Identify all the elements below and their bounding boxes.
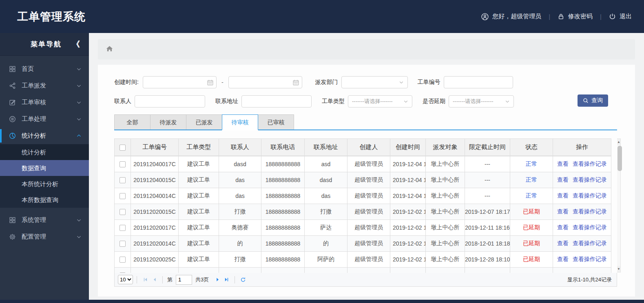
- prev-page-button[interactable]: [150, 275, 159, 284]
- scroll-down-arrow[interactable]: ▼: [617, 266, 620, 272]
- scroll-up-arrow[interactable]: ▲: [617, 139, 620, 145]
- sidebar-item-home[interactable]: 首页: [0, 61, 89, 77]
- date-range-separator: -: [221, 79, 224, 86]
- page-size-select[interactable]: 10: [118, 275, 133, 284]
- cell-address: dasd: [305, 172, 347, 188]
- table-row: 201912020015C 建议工单 打撒 18888888888 打撒 超级管…: [115, 204, 611, 220]
- select-all-checkbox[interactable]: [120, 145, 126, 151]
- view-link[interactable]: 查看: [557, 176, 569, 183]
- view-link[interactable]: 查看: [557, 160, 569, 167]
- sidebar-item-config[interactable]: 配置管理: [0, 228, 89, 245]
- create-time-end-input[interactable]: [232, 77, 299, 88]
- last-page-button[interactable]: [222, 275, 231, 284]
- tab-to-review[interactable]: 待审核: [222, 114, 258, 130]
- view-link[interactable]: 查看: [557, 224, 569, 231]
- table-header-row: 工单编号 工单类型 联系人 联系电话 联系地址 创建人 创建时间 派发对象 限定…: [115, 139, 611, 156]
- scrollbar-thumb[interactable]: [617, 146, 622, 171]
- pagination-bar: 10 第 共3页: [114, 273, 617, 287]
- row-checkbox[interactable]: [120, 241, 126, 247]
- view-link[interactable]: 查看: [557, 256, 569, 262]
- calendar-icon[interactable]: [292, 79, 299, 87]
- row-checkbox[interactable]: [120, 257, 126, 263]
- footer-bar: [0, 300, 644, 303]
- cell-status: [510, 268, 553, 273]
- view-link[interactable]: 查看: [557, 208, 569, 215]
- cell-contact: 的: [219, 236, 261, 252]
- cell-contact: 打撒: [219, 204, 261, 220]
- calendar-icon[interactable]: [207, 79, 214, 87]
- col-deadline: 限定截止时间: [465, 139, 510, 156]
- view-log-link[interactable]: 查看操作记录: [573, 224, 607, 231]
- cell-create-time: 2019-12-02 16: [390, 236, 426, 252]
- sidebar-item-system[interactable]: 系统管理: [0, 212, 89, 228]
- row-checkbox[interactable]: [120, 209, 126, 215]
- logout-button[interactable]: 退出: [609, 13, 632, 20]
- change-password-button[interactable]: 修改密码: [558, 13, 593, 20]
- cell-target: 墩上中心所: [426, 188, 465, 204]
- query-panel: 创建时间: - 派发部门: [98, 65, 635, 296]
- power-icon: [609, 13, 616, 20]
- cell-actions: 查看查看操作记录: [553, 236, 611, 252]
- order-no-input[interactable]: [444, 76, 513, 88]
- create-time-start-input[interactable]: [146, 77, 213, 88]
- view-log-link[interactable]: 查看操作记录: [573, 240, 607, 246]
- cell-status: 正常: [510, 172, 553, 188]
- sidebar-item-dispatch[interactable]: 工单派发: [0, 77, 89, 94]
- submenu-item-local-data-query[interactable]: 本所数据查询: [0, 192, 89, 208]
- contact-input[interactable]: [135, 95, 205, 108]
- header-separator: |: [549, 13, 550, 20]
- view-log-link[interactable]: 查看操作记录: [573, 192, 607, 199]
- view-log-link[interactable]: 查看操作记录: [573, 208, 607, 215]
- next-page-button[interactable]: [213, 275, 222, 284]
- sidebar-item-review[interactable]: 工单审核: [0, 94, 89, 111]
- collapse-sidebar-icon[interactable]: 《: [72, 39, 79, 50]
- view-link[interactable]: 查看: [557, 240, 569, 246]
- submenu-item-statistics[interactable]: 统计分析: [0, 144, 89, 160]
- cell-creator: [347, 268, 390, 273]
- view-log-link[interactable]: 查看操作记录: [573, 160, 607, 167]
- row-checkbox[interactable]: [120, 177, 126, 183]
- create-time-start-field: [143, 76, 217, 88]
- row-checkbox[interactable]: [120, 161, 126, 167]
- chevron-down-icon: [76, 83, 82, 88]
- row-checkbox[interactable]: [120, 225, 126, 231]
- cell-phone: 18888888888: [261, 236, 305, 252]
- table-scrollbar[interactable]: ▲ ▼: [617, 138, 621, 272]
- view-link[interactable]: 查看: [557, 192, 569, 199]
- refresh-icon[interactable]: [239, 275, 248, 284]
- row-checkbox[interactable]: [120, 272, 126, 273]
- sidebar-item-statistics[interactable]: 统计分析: [0, 127, 89, 144]
- col-phone: 联系电话: [261, 139, 305, 156]
- submenu-item-local-statistics[interactable]: 本所统计分析: [0, 176, 89, 192]
- cell-creator: 超级管理员: [347, 204, 390, 220]
- cell-actions: 查看查看操作记录: [553, 156, 611, 172]
- tab-reviewed[interactable]: 已审核: [258, 114, 294, 130]
- delay-select[interactable]: -------请选择-------: [449, 95, 514, 108]
- first-page-button[interactable]: [141, 275, 150, 284]
- dispatch-dept-select[interactable]: [341, 76, 408, 88]
- tab-dispatched[interactable]: 已派发: [186, 114, 222, 130]
- page-number-input[interactable]: [176, 275, 192, 285]
- chevron-up-icon: [76, 133, 82, 138]
- row-checkbox[interactable]: [120, 193, 126, 199]
- user-greeting[interactable]: 您好，超级管理员: [481, 13, 541, 20]
- col-create-time: 创建时间: [390, 139, 426, 156]
- sidebar-item-process[interactable]: 工单处理: [0, 111, 89, 127]
- tab-all[interactable]: 全部: [114, 114, 150, 130]
- cell-contact: 奥德赛: [219, 220, 261, 236]
- search-button[interactable]: 查询: [578, 94, 608, 107]
- submenu-item-data-query[interactable]: 数据查询: [0, 160, 89, 176]
- home-icon[interactable]: [106, 45, 113, 54]
- cell-order-type: 建议工单: [179, 236, 219, 252]
- cell-actions: [553, 268, 611, 273]
- view-log-link[interactable]: 查看操作记录: [573, 176, 607, 183]
- tab-to-dispatch[interactable]: 待派发: [150, 114, 186, 130]
- cell-create-time: [390, 268, 426, 273]
- cell-target: 墩上中心所: [426, 220, 465, 236]
- col-contact: 联系人: [219, 139, 261, 156]
- view-log-link[interactable]: 查看操作记录: [573, 256, 607, 262]
- scrollbar-track[interactable]: [617, 145, 620, 266]
- address-input[interactable]: [241, 95, 312, 108]
- order-type-select[interactable]: -------请选择-------: [348, 95, 412, 108]
- cell-creator: 超级管理员: [347, 188, 390, 204]
